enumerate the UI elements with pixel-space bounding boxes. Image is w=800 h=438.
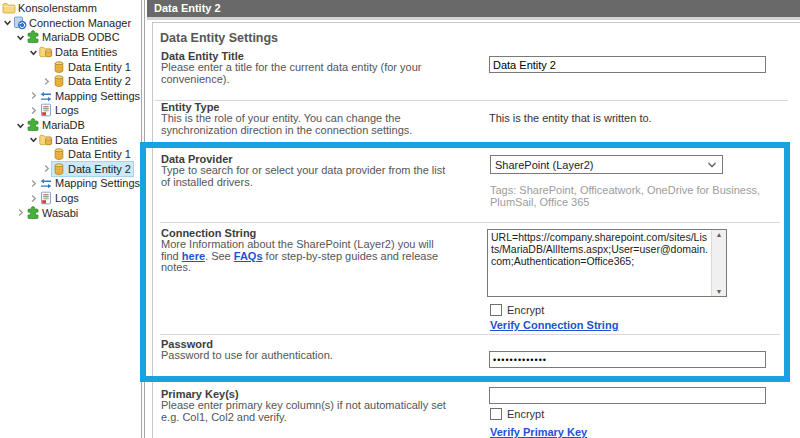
data-provider-selected: SharePoint (Layer2) (495, 159, 593, 171)
chevron-expanded-icon[interactable] (2, 18, 13, 27)
data-entity-title-input[interactable] (489, 56, 766, 73)
chevron-expanded-icon[interactable] (15, 33, 26, 42)
entities-folder-icon (39, 45, 53, 59)
encrypt-primary-key-label: Encrypt (507, 408, 544, 420)
tree-item-mariadb-odbc[interactable]: MariaDB ODBC (0, 30, 141, 45)
tree-item-label: Konsolenstamm (18, 2, 97, 14)
panel-header: Data Entity 2 (147, 0, 800, 17)
tree-item-data-entity-2[interactable]: Data Entity 2 (0, 74, 141, 89)
entity-type-value: This is the entity that is written to. (489, 112, 652, 124)
tree-panel-divider[interactable] (141, 0, 145, 438)
tree-item-data-entity-1[interactable]: Data Entity 1 (0, 59, 141, 74)
encrypt-primary-key-row: Encrypt (490, 408, 544, 420)
folder-icon (2, 1, 16, 15)
scroll-up-icon[interactable]: ▲ (716, 231, 723, 238)
verify-primary-key-link[interactable]: Verify Primary Key (490, 426, 587, 438)
tree-item-mapping-settings[interactable]: Mapping Settings (0, 89, 141, 104)
chevron-collapsed-icon[interactable] (41, 77, 52, 86)
tree-item-wasabi[interactable]: Wasabi (0, 205, 141, 220)
chevron-collapsed-icon[interactable] (28, 194, 39, 203)
logs-icon (39, 103, 53, 117)
tree-item-data-entity-1[interactable]: Data Entity 1 (0, 147, 141, 162)
section-separator (155, 100, 788, 101)
panel-title: Data Entity 2 (154, 2, 221, 14)
data-entity-title-desc: Please enter a title for the current dat… (161, 62, 456, 85)
tree-item-data-entities[interactable]: Data Entities (0, 45, 141, 60)
chevron-down-icon (707, 161, 717, 169)
mapping-icon (39, 89, 53, 103)
chevron-collapsed-icon[interactable] (15, 208, 26, 217)
entity-icon (52, 147, 66, 161)
tree-item-mapping-settings[interactable]: Mapping Settings (0, 176, 141, 191)
section-separator (160, 222, 780, 223)
tree-item-label: Data Entities (55, 46, 117, 58)
entity-icon (52, 162, 66, 176)
entity-icon (52, 74, 66, 88)
tree-item-label: Connection Manager (29, 17, 131, 29)
header-strip (147, 17, 800, 20)
encrypt-connection-row: Encrypt (490, 304, 544, 316)
tree-item-label: Data Entity 2 (68, 75, 131, 87)
encrypt-connection-checkbox[interactable] (490, 304, 502, 316)
faqs-link[interactable]: FAQs (234, 250, 263, 262)
tree-item-label: Logs (55, 104, 79, 116)
connection-string-desc-text: . See (205, 250, 234, 262)
section-title: Data Entity Settings (160, 31, 278, 45)
password-input[interactable] (489, 351, 766, 368)
chevron-collapsed-icon[interactable] (28, 106, 39, 115)
tree-item-logs[interactable]: Logs (0, 191, 141, 206)
chevron-expanded-icon[interactable] (28, 48, 39, 57)
verify-connection-string-link[interactable]: Verify Connection String (490, 319, 618, 331)
plugin-icon (26, 118, 40, 132)
primary-key-desc: Please enter primary key column(s) if no… (161, 400, 456, 423)
entity-type-desc: This is the role of your entity. You can… (161, 113, 456, 136)
data-provider-select[interactable]: SharePoint (Layer2) (490, 155, 723, 174)
settings-pane: Data Entity 2 Data Entity Settings Data … (147, 0, 800, 438)
connection-string-input[interactable]: URL=https://company.sharepoint.com/sites… (488, 230, 711, 296)
connection-manager-icon (13, 16, 27, 30)
password-desc: Password to use for authentication. (161, 350, 456, 362)
section-separator (160, 334, 780, 335)
tree-item-label: Data Entities (55, 134, 117, 146)
tree-item-label: MariaDB (42, 119, 85, 131)
data-provider-tags: Tags: SharePoint, Officeatwork, OneDrive… (490, 185, 772, 208)
scroll-down-icon[interactable]: ▼ (716, 288, 723, 295)
plugin-icon (26, 30, 40, 44)
encrypt-connection-label: Encrypt (507, 304, 544, 316)
tree-item-label: MariaDB ODBC (42, 31, 120, 43)
chevron-collapsed-icon[interactable] (28, 91, 39, 100)
plugin-icon (26, 206, 40, 220)
tree-item-data-entity-2[interactable]: Data Entity 2 (0, 162, 141, 177)
chevron-expanded-icon[interactable] (15, 121, 26, 130)
encrypt-primary-key-checkbox[interactable] (490, 408, 502, 420)
entities-folder-icon (39, 133, 53, 147)
chevron-expanded-icon[interactable] (28, 135, 39, 144)
tree-item-data-entities[interactable]: Data Entities (0, 132, 141, 147)
connection-tree: KonsolenstammConnection ManagerMariaDB O… (0, 0, 141, 438)
logs-icon (39, 191, 53, 205)
chevron-collapsed-icon[interactable] (41, 164, 52, 173)
tree-item-label: Data Entity 2 (68, 163, 131, 175)
data-provider-desc: Type to search for or select your data p… (161, 165, 456, 188)
tree-item-konsolenstamm[interactable]: Konsolenstamm (0, 1, 141, 16)
textarea-scrollbar[interactable]: ▲ ▼ (711, 230, 726, 296)
tree-item-label: Data Entity 1 (68, 61, 131, 73)
here-link[interactable]: here (182, 250, 205, 262)
connection-string-desc: More Information about the SharePoint (L… (161, 239, 439, 274)
chevron-collapsed-icon[interactable] (28, 179, 39, 188)
tree-item-label: Wasabi (42, 207, 78, 219)
tree-item-label: Data Entity 1 (68, 148, 131, 160)
entity-icon (52, 60, 66, 74)
tree-item-connection-manager[interactable]: Connection Manager (0, 16, 141, 31)
connection-string-field: URL=https://company.sharepoint.com/sites… (487, 229, 727, 297)
tree-item-label: Mapping Settings (55, 177, 140, 189)
tree-item-label: Mapping Settings (55, 90, 140, 102)
mapping-icon (39, 176, 53, 190)
tree-item-logs[interactable]: Logs (0, 103, 141, 118)
primary-key-input[interactable] (489, 387, 766, 404)
tree-item-mariadb[interactable]: MariaDB (0, 118, 141, 133)
tree-item-label: Logs (55, 192, 79, 204)
